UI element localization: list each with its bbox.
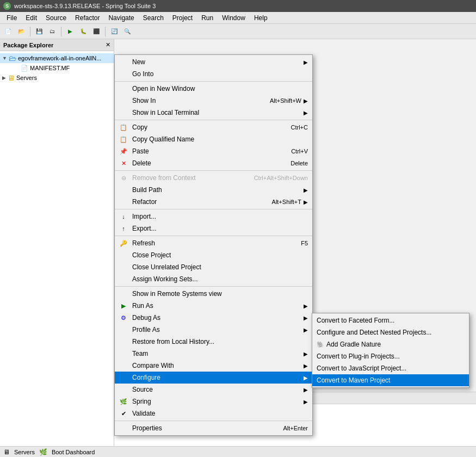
tb-sep2 <box>61 27 61 36</box>
tb-open-btn[interactable]: 📂 <box>15 26 27 38</box>
cm-show-in[interactable]: Show In Alt+Shift+W ▶ <box>115 95 312 107</box>
cm-import[interactable]: ↓ Import... <box>115 211 312 223</box>
tb-debug-btn[interactable]: 🐛 <box>77 26 89 38</box>
explorer-header: Package Explorer ✕ <box>0 39 114 51</box>
cm-compare-with-label: Compare With <box>132 362 174 369</box>
delete-icon: ✕ <box>119 159 128 168</box>
cm-show-local-terminal[interactable]: Show in Local Terminal ▶ <box>115 107 312 119</box>
cm-assign-working-label: Assign Working Sets... <box>132 275 198 283</box>
cm-profile-as-arrow: ▶ <box>304 327 308 333</box>
submenu-add-gradle[interactable]: 🐘 Add Gradle Nature <box>312 338 469 350</box>
cm-sep6 <box>115 286 312 287</box>
cm-show-in-arrow: ▶ <box>304 98 308 104</box>
submenu-configure: Convert to Faceted Form... Configure and… <box>312 313 469 388</box>
cm-properties[interactable]: Properties Alt+Enter <box>115 422 312 434</box>
cm-show-remote[interactable]: Show in Remote Systems view <box>115 288 312 300</box>
menu-project[interactable]: Project <box>168 13 197 23</box>
cm-remove-context-shortcut: Ctrl+Alt+Shift+Down <box>243 175 308 181</box>
menu-edit[interactable]: Edit <box>21 13 41 23</box>
cm-open-new-window[interactable]: Open in New Window <box>115 83 312 95</box>
cm-debug-as[interactable]: ⚙ Debug As ▶ <box>115 312 312 324</box>
cm-team[interactable]: Team ▶ <box>115 348 312 360</box>
copy-icon: 📋 <box>119 123 128 132</box>
menu-window[interactable]: Window <box>218 13 250 23</box>
cm-restore-local[interactable]: Restore from Local History... <box>115 336 312 348</box>
cm-export[interactable]: ↑ Export... <box>115 223 312 234</box>
cm-copy-qualified[interactable]: 📋 Copy Qualified Name <box>115 133 312 145</box>
tb-save-btn[interactable]: 💾 <box>33 26 45 38</box>
cm-close-unrelated[interactable]: Close Unrelated Project <box>115 261 312 273</box>
import-icon: ↓ <box>119 212 128 221</box>
tree-item-servers[interactable]: ▶ 🖥 Servers <box>0 73 114 83</box>
cm-import-label: Import... <box>132 213 156 220</box>
cm-paste[interactable]: 📌 Paste Ctrl+V <box>115 145 312 157</box>
tb-search-btn[interactable]: 🔍 <box>121 26 133 38</box>
menu-refactor[interactable]: Refactor <box>71 13 104 23</box>
tb-new-btn[interactable]: 📄 <box>2 26 14 38</box>
cm-validate-label: Validate <box>132 410 155 417</box>
tb-refresh-btn[interactable]: 🔄 <box>108 26 120 38</box>
cm-copy[interactable]: 📋 Copy Ctrl+C <box>115 121 312 133</box>
submenu-convert-faceted[interactable]: Convert to Faceted Form... <box>312 314 469 326</box>
run-icon: ▶ <box>119 301 128 310</box>
menu-run[interactable]: Run <box>197 13 218 23</box>
cm-profile-as[interactable]: Profile As ▶ <box>115 324 312 336</box>
cm-close-project-label: Close Project <box>132 251 171 259</box>
cm-refresh[interactable]: 🔑 Refresh F5 <box>115 237 312 249</box>
servers-status-label[interactable]: Servers <box>14 449 35 455</box>
cm-run-as-label: Run As <box>132 302 153 310</box>
menu-help[interactable]: Help <box>250 13 272 23</box>
submenu-convert-javascript[interactable]: Convert to JavaScript Project... <box>312 362 469 374</box>
cm-restore-local-label: Restore from Local History... <box>132 338 214 345</box>
cm-new[interactable]: New ▶ <box>115 56 312 68</box>
context-menu: New ▶ Go Into Open in New Window Show In… <box>114 54 313 436</box>
cm-delete[interactable]: ✕ Delete Delete <box>115 157 312 169</box>
cm-configure[interactable]: Configure ▶ <box>115 372 312 384</box>
app-icon: S <box>3 2 11 10</box>
menu-source[interactable]: Source <box>41 13 71 23</box>
cm-team-arrow: ▶ <box>304 351 308 357</box>
menu-search[interactable]: Search <box>139 13 168 23</box>
explorer-content: ▼ 🗁 egovframework-all-in-oneAllN... 📄 MA… <box>0 51 114 457</box>
cm-go-into[interactable]: Go Into <box>115 68 312 80</box>
boot-dash-label[interactable]: Boot Dashboard <box>52 449 95 455</box>
tree-item-project[interactable]: ▼ 🗁 egovframework-all-in-oneAllN... <box>0 53 114 63</box>
tb-save-all-btn[interactable]: 🗂 <box>46 26 58 38</box>
cm-show-in-label: Show In <box>132 97 156 104</box>
tree-item-manifest[interactable]: 📄 MANIFEST.MF <box>0 63 114 73</box>
cm-validate[interactable]: ✔ Validate <box>115 407 312 419</box>
remove-context-icon: ⊖ <box>119 174 128 182</box>
explorer-close-btn[interactable]: ✕ <box>106 41 110 48</box>
tb-run-btn[interactable]: ▶ <box>64 26 76 38</box>
cm-spring[interactable]: 🌿 Spring ▶ <box>115 396 312 407</box>
spring-icon: 🌿 <box>119 397 128 406</box>
cm-refactor[interactable]: Refactor Alt+Shift+T ▶ <box>115 196 312 208</box>
cm-go-into-label: Go Into <box>132 70 153 78</box>
project-icon: 🗁 <box>9 54 16 63</box>
cm-source[interactable]: Source ▶ <box>115 384 312 396</box>
cm-source-label: Source <box>132 386 153 393</box>
cm-assign-working[interactable]: Assign Working Sets... <box>115 273 312 285</box>
cm-open-new-window-label: Open in New Window <box>132 85 195 92</box>
cm-sep2 <box>115 120 312 120</box>
cm-properties-label: Properties <box>132 424 162 432</box>
cm-sep1 <box>115 81 312 82</box>
cm-show-local-terminal-label: Show in Local Terminal <box>132 109 199 116</box>
cm-new-arrow: ▶ <box>304 59 308 65</box>
cm-compare-with[interactable]: Compare With ▶ <box>115 360 312 372</box>
menu-file[interactable]: File <box>2 13 21 23</box>
submenu-convert-plugin[interactable]: Convert to Plug-in Projects... <box>312 350 469 362</box>
submenu-convert-maven[interactable]: Convert to Maven Project <box>312 374 469 386</box>
cm-refresh-shortcut: F5 <box>290 240 308 246</box>
cm-close-project[interactable]: Close Project <box>115 249 312 261</box>
expand-arrow: ▼ <box>2 55 7 61</box>
cm-run-as[interactable]: ▶ Run As ▶ <box>115 300 312 312</box>
cm-sep3 <box>115 170 312 171</box>
submenu-configure-detect[interactable]: Configure and Detect Nested Projects... <box>312 326 469 338</box>
menu-navigate[interactable]: Navigate <box>104 13 138 23</box>
tb-stop-btn[interactable]: ⬛ <box>90 26 102 38</box>
cm-build-path[interactable]: Build Path ▶ <box>115 184 312 196</box>
cm-refactor-arrow: ▶ <box>304 199 308 205</box>
cm-show-in-shortcut: Alt+Shift+W <box>259 97 301 104</box>
cm-show-remote-label: Show in Remote Systems view <box>132 290 222 298</box>
